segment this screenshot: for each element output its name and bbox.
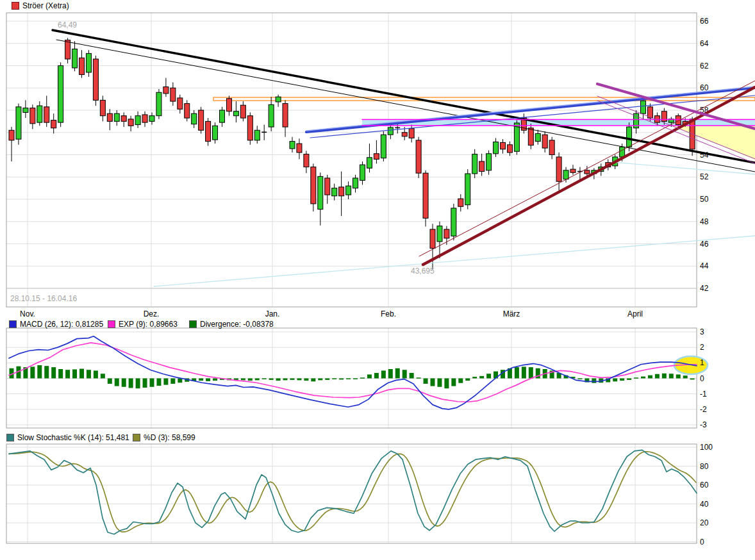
chart-canvas: 666462605856545250484644423210-1-2-31008… [0,0,755,560]
svg-text:64: 64 [700,39,709,48]
title-bar: Ströer (Xetra) [12,1,69,10]
svg-text:60: 60 [700,481,709,490]
svg-text:20: 20 [700,518,709,527]
svg-text:1: 1 [700,358,704,367]
stock-chart-page: Ströer (Xetra) 6664626058565452504846444… [0,0,755,560]
stoch-d-swatch-icon [133,434,140,441]
stochastic-legend: Slow Stochastic %K (14): 51,481 %D (3): … [0,433,755,441]
stochastic-panel-axis: 100806040200 [700,443,713,547]
candlestick-series [9,38,695,269]
date-range-label: 28.10.15 - 16.04.16 [10,294,77,303]
trend-lines [53,30,755,286]
macd-legend: MACD (26, 12): 0,81285 EXP (9): 0,89663 … [0,320,755,328]
svg-text:0: 0 [700,374,704,383]
month-label-nov: Nov. [12,309,43,318]
svg-text:0: 0 [700,538,704,547]
macd-legend-label: MACD (26, 12): 0,81285 [20,320,103,329]
month-axis: Nov.Dez.Jan.Feb.MärzApril [0,309,755,318]
svg-text:66: 66 [700,17,709,26]
svg-text:40: 40 [700,500,709,509]
svg-text:2: 2 [700,343,704,352]
svg-text:3: 3 [700,327,704,336]
exp-swatch-icon [108,320,115,328]
exp-legend-item: EXP (9): 0,89663 [108,320,178,329]
stoch-d-legend-label: %D (3): 58,599 [144,433,195,442]
high-annotation: 64,49 [58,21,77,29]
svg-text:50: 50 [700,195,709,204]
low-annotation: 43,695 [411,267,435,276]
svg-text:-2: -2 [700,405,707,414]
month-label-april: April [620,309,651,318]
month-label-dez: Dez. [136,309,167,318]
month-label-jan: Jan. [257,309,288,318]
svg-text:48: 48 [700,217,709,226]
svg-text:-3: -3 [700,420,707,429]
svg-text:100: 100 [700,443,713,452]
macd-legend-item: MACD (26, 12): 0,81285 [9,320,103,329]
svg-text:-1: -1 [700,390,707,399]
exp-legend-label: EXP (9): 0,89663 [119,320,178,329]
series-legend-icon [12,2,19,10]
stoch-k-legend-label: Slow Stochastic %K (14): 51,481 [17,433,129,442]
svg-text:62: 62 [700,62,709,70]
divergence-legend-item: Divergence: -0,08378 [189,320,274,329]
page-title: Ströer (Xetra) [22,1,69,10]
macd-panel-axis: 3210-1-2-3 [700,327,707,429]
divergence-swatch-icon [189,320,197,328]
stochastic-panel [6,444,697,543]
divergence-legend-label: Divergence: -0,08378 [200,320,274,329]
stoch-k-legend-item: Slow Stochastic %K (14): 51,481 [6,433,129,442]
svg-text:44: 44 [700,261,709,270]
svg-text:80: 80 [700,462,709,471]
stoch-d-legend-item: %D (3): 58,599 [133,433,195,442]
stochastic-lines [9,450,697,534]
svg-text:42: 42 [700,284,709,293]
macd-swatch-icon [9,320,17,328]
month-label-märz: März [496,309,527,318]
month-label-feb: Feb. [373,309,404,318]
stoch-k-swatch-icon [6,434,14,441]
svg-text:52: 52 [700,172,709,181]
main-price-panel [6,13,697,307]
